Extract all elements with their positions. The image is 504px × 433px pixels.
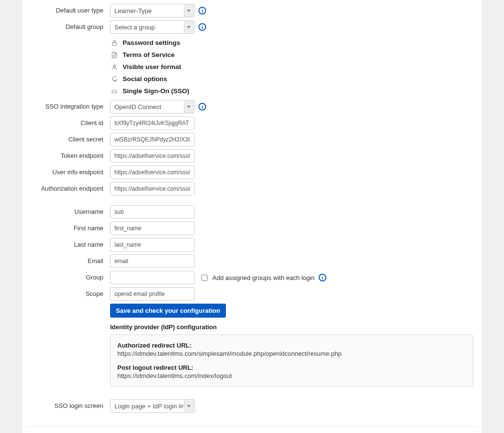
scope-input[interactable] xyxy=(110,287,195,301)
info-icon[interactable]: i xyxy=(198,103,206,111)
chevron-down-icon xyxy=(187,405,191,407)
authz-endpoint-label: Authorization endpoint xyxy=(22,182,110,192)
client-secret-input[interactable] xyxy=(110,133,195,146)
userinfo-endpoint-input[interactable] xyxy=(110,166,195,179)
sso-type-value: OpenID Connect xyxy=(114,103,161,111)
add-groups-checkbox[interactable] xyxy=(201,275,208,281)
lastname-input[interactable] xyxy=(110,238,195,251)
lock-icon xyxy=(110,40,119,46)
chevron-down-icon xyxy=(187,26,191,28)
email-label: Email xyxy=(22,254,110,265)
default-group-select[interactable]: Select a group xyxy=(110,20,195,34)
section-label: Visible user format xyxy=(123,63,181,70)
sso-type-label: SSO integration type xyxy=(22,100,110,110)
token-endpoint-label: Token endpoint xyxy=(22,149,110,159)
chevron-down-icon xyxy=(187,106,191,108)
default-user-type-label: Default user type xyxy=(22,4,110,14)
logout-url-label: Post logout redirect URL: xyxy=(117,364,466,371)
sso-login-screen-label: SSO login screen xyxy=(22,399,110,409)
firstname-label: First name xyxy=(22,222,110,232)
logout-url-value: https://idmdev.talentlms.com/index/logou… xyxy=(117,372,466,379)
default-user-type-value: Learner-Type xyxy=(114,7,152,14)
section-social-options[interactable]: Social options xyxy=(110,73,482,85)
default-user-type-select[interactable]: Learner-Type xyxy=(110,4,195,17)
username-label: Username xyxy=(22,205,110,215)
section-label: Terms of Service xyxy=(123,51,175,58)
firstname-input[interactable] xyxy=(110,222,195,235)
user-icon xyxy=(110,64,119,70)
section-password-settings[interactable]: Password settings xyxy=(110,37,482,49)
save-check-button[interactable]: Save and check your configuration xyxy=(110,304,226,318)
section-label: Social options xyxy=(123,75,167,83)
email-input[interactable] xyxy=(110,254,195,268)
svg-rect-0 xyxy=(112,42,116,45)
section-sso[interactable]: Single Sign-On (SSO) xyxy=(110,85,482,97)
info-icon[interactable]: i xyxy=(198,7,206,14)
idp-config-box: Authorized redirect URL: https://idmdev.… xyxy=(110,335,473,387)
idp-config-title: Identity provider (IdP) configuration xyxy=(110,323,482,331)
username-input[interactable] xyxy=(110,205,195,219)
default-group-value: Select a group xyxy=(114,24,155,31)
redirect-url-label: Authorized redirect URL: xyxy=(117,342,466,349)
group-label: Group xyxy=(22,271,110,281)
token-endpoint-input[interactable] xyxy=(110,149,195,163)
cloud-icon xyxy=(110,88,119,95)
sso-login-screen-select[interactable]: Login page + IdP login link xyxy=(110,399,195,413)
client-secret-label: Client secret xyxy=(22,133,110,143)
userinfo-endpoint-label: User info endpoint xyxy=(22,166,110,176)
sso-login-screen-value: Login page + IdP login link xyxy=(114,403,188,410)
info-icon[interactable]: i xyxy=(319,274,326,281)
redirect-url-value: https://idmdev.talentlms.com/simplesaml/… xyxy=(117,350,466,357)
section-visible-user-format[interactable]: Visible user format xyxy=(110,61,482,73)
divider xyxy=(28,426,476,427)
chevron-down-icon xyxy=(187,10,191,12)
add-groups-label: Add assigned groups with each login xyxy=(212,274,315,281)
authz-endpoint-input[interactable] xyxy=(110,182,195,196)
group-input[interactable] xyxy=(110,271,195,284)
document-icon xyxy=(110,52,119,58)
default-group-label: Default group xyxy=(22,20,110,30)
client-id-input[interactable] xyxy=(110,116,195,130)
section-label: Single Sign-On (SSO) xyxy=(123,87,189,95)
sso-type-select[interactable]: OpenID Connect xyxy=(110,100,195,113)
lastname-label: Last name xyxy=(22,238,110,248)
section-label: Password settings xyxy=(123,39,180,46)
scope-label: Scope xyxy=(22,287,110,297)
client-id-label: Client id xyxy=(22,116,110,126)
chat-icon xyxy=(110,76,119,83)
info-icon[interactable]: i xyxy=(198,23,206,31)
section-terms-of-service[interactable]: Terms of Service xyxy=(110,49,482,61)
svg-point-1 xyxy=(113,65,116,67)
